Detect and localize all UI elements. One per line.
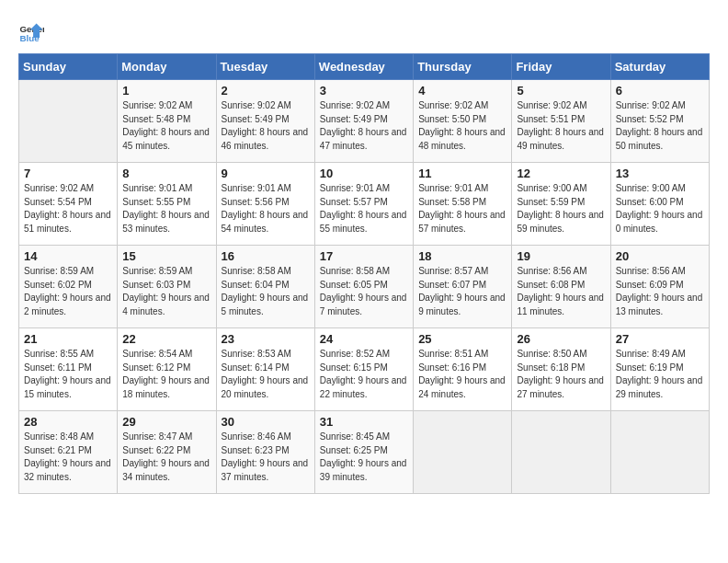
day-number: 17 — [320, 249, 408, 263]
day-number: 21 — [24, 332, 112, 346]
calendar-day-cell: 28Sunrise: 8:48 AMSunset: 6:21 PMDayligh… — [19, 411, 118, 494]
day-info: Sunrise: 8:59 AMSunset: 6:02 PMDaylight:… — [24, 265, 112, 318]
day-info: Sunrise: 8:45 AMSunset: 6:25 PMDaylight:… — [320, 431, 408, 484]
day-number: 18 — [418, 249, 506, 263]
calendar-day-cell: 11Sunrise: 9:01 AMSunset: 5:58 PMDayligh… — [414, 163, 512, 246]
calendar-day-cell: 4Sunrise: 9:02 AMSunset: 5:50 PMDaylight… — [414, 80, 512, 163]
day-number: 14 — [24, 249, 112, 263]
day-info: Sunrise: 8:52 AMSunset: 6:15 PMDaylight:… — [320, 348, 408, 401]
calendar-day-cell: 25Sunrise: 8:51 AMSunset: 6:16 PMDayligh… — [414, 328, 512, 411]
day-info: Sunrise: 8:50 AMSunset: 6:18 PMDaylight:… — [517, 348, 605, 401]
day-number: 9 — [222, 167, 310, 180]
day-info: Sunrise: 8:59 AMSunset: 6:03 PMDaylight:… — [122, 265, 210, 318]
calendar-day-cell: 10Sunrise: 9:01 AMSunset: 5:57 PMDayligh… — [314, 163, 413, 246]
weekday-header-cell: Monday — [118, 54, 216, 80]
day-number: 22 — [122, 332, 210, 346]
calendar-week-row: 7Sunrise: 9:02 AMSunset: 5:54 PMDaylight… — [19, 163, 710, 246]
calendar-day-cell: 1Sunrise: 9:02 AMSunset: 5:48 PMDaylight… — [118, 80, 216, 163]
day-number: 19 — [517, 249, 605, 263]
day-info: Sunrise: 8:51 AMSunset: 6:16 PMDaylight:… — [418, 348, 506, 401]
day-number: 6 — [616, 84, 704, 98]
calendar-day-cell: 12Sunrise: 9:00 AMSunset: 5:59 PMDayligh… — [512, 163, 610, 246]
weekday-header-cell: Wednesday — [314, 54, 413, 80]
day-info: Sunrise: 9:01 AMSunset: 5:55 PMDaylight:… — [122, 182, 210, 236]
page-header: General Blue — [18, 18, 710, 44]
calendar-day-cell: 24Sunrise: 8:52 AMSunset: 6:15 PMDayligh… — [314, 328, 413, 411]
day-info: Sunrise: 8:56 AMSunset: 6:09 PMDaylight:… — [616, 265, 704, 318]
calendar-day-cell: 22Sunrise: 8:54 AMSunset: 6:12 PMDayligh… — [118, 328, 216, 411]
calendar-day-cell: 23Sunrise: 8:53 AMSunset: 6:14 PMDayligh… — [216, 328, 314, 411]
day-number: 7 — [24, 167, 112, 180]
calendar-day-cell: 3Sunrise: 9:02 AMSunset: 5:49 PMDaylight… — [314, 80, 413, 163]
weekday-header-cell: Friday — [512, 54, 610, 80]
calendar-day-cell: 15Sunrise: 8:59 AMSunset: 6:03 PMDayligh… — [118, 246, 216, 328]
weekday-header-cell: Sunday — [19, 54, 118, 80]
day-info: Sunrise: 9:01 AMSunset: 5:58 PMDaylight:… — [418, 182, 506, 236]
day-number: 29 — [122, 415, 210, 429]
calendar-day-cell: 18Sunrise: 8:57 AMSunset: 6:07 PMDayligh… — [414, 246, 512, 328]
day-number: 13 — [616, 167, 704, 180]
day-number: 3 — [320, 84, 408, 98]
day-info: Sunrise: 8:56 AMSunset: 6:08 PMDaylight:… — [517, 265, 605, 318]
day-info: Sunrise: 9:00 AMSunset: 6:00 PMDaylight:… — [616, 182, 704, 236]
calendar-day-cell: 14Sunrise: 8:59 AMSunset: 6:02 PMDayligh… — [19, 246, 118, 328]
day-number: 30 — [222, 415, 310, 429]
calendar-day-cell: 31Sunrise: 8:45 AMSunset: 6:25 PMDayligh… — [314, 411, 413, 494]
calendar-day-cell: 30Sunrise: 8:46 AMSunset: 6:23 PMDayligh… — [216, 411, 314, 494]
day-number: 12 — [517, 167, 605, 180]
day-number: 2 — [222, 84, 310, 98]
day-number: 15 — [122, 249, 210, 263]
day-number: 26 — [517, 332, 605, 346]
calendar-day-cell: 21Sunrise: 8:55 AMSunset: 6:11 PMDayligh… — [19, 328, 118, 411]
day-info: Sunrise: 8:54 AMSunset: 6:12 PMDaylight:… — [122, 348, 210, 401]
day-info: Sunrise: 9:02 AMSunset: 5:51 PMDaylight:… — [517, 99, 605, 153]
calendar-day-cell: 6Sunrise: 9:02 AMSunset: 5:52 PMDaylight… — [610, 80, 709, 163]
day-info: Sunrise: 8:58 AMSunset: 6:05 PMDaylight:… — [320, 265, 408, 318]
calendar-day-cell: 7Sunrise: 9:02 AMSunset: 5:54 PMDaylight… — [19, 163, 118, 246]
calendar-day-cell: 17Sunrise: 8:58 AMSunset: 6:05 PMDayligh… — [314, 246, 413, 328]
day-info: Sunrise: 8:53 AMSunset: 6:14 PMDaylight:… — [222, 348, 310, 401]
day-info: Sunrise: 8:48 AMSunset: 6:21 PMDaylight:… — [24, 431, 112, 484]
calendar-day-cell: 26Sunrise: 8:50 AMSunset: 6:18 PMDayligh… — [512, 328, 610, 411]
day-number: 31 — [320, 415, 408, 429]
day-info: Sunrise: 9:02 AMSunset: 5:49 PMDaylight:… — [222, 99, 310, 153]
calendar-day-cell: 27Sunrise: 8:49 AMSunset: 6:19 PMDayligh… — [610, 328, 709, 411]
calendar-day-cell — [610, 411, 709, 494]
calendar-day-cell: 16Sunrise: 8:58 AMSunset: 6:04 PMDayligh… — [216, 246, 314, 328]
day-info: Sunrise: 9:01 AMSunset: 5:57 PMDaylight:… — [320, 182, 408, 236]
day-info: Sunrise: 8:58 AMSunset: 6:04 PMDaylight:… — [222, 265, 310, 318]
day-number: 25 — [418, 332, 506, 346]
calendar-day-cell: 8Sunrise: 9:01 AMSunset: 5:55 PMDaylight… — [118, 163, 216, 246]
calendar-body: 1Sunrise: 9:02 AMSunset: 5:48 PMDaylight… — [19, 80, 710, 494]
day-number: 24 — [320, 332, 408, 346]
calendar-week-row: 14Sunrise: 8:59 AMSunset: 6:02 PMDayligh… — [19, 246, 710, 328]
day-number: 20 — [616, 249, 704, 263]
day-number: 1 — [122, 84, 210, 98]
day-number: 16 — [222, 249, 310, 263]
calendar-day-cell — [512, 411, 610, 494]
logo-icon: General Blue — [18, 18, 44, 44]
day-info: Sunrise: 9:00 AMSunset: 5:59 PMDaylight:… — [517, 182, 605, 236]
day-info: Sunrise: 9:02 AMSunset: 5:49 PMDaylight:… — [320, 99, 408, 153]
day-info: Sunrise: 8:47 AMSunset: 6:22 PMDaylight:… — [122, 431, 210, 484]
weekday-header-cell: Saturday — [610, 54, 709, 80]
weekday-header-cell: Thursday — [414, 54, 512, 80]
day-number: 8 — [122, 167, 210, 180]
calendar-week-row: 21Sunrise: 8:55 AMSunset: 6:11 PMDayligh… — [19, 328, 710, 411]
day-info: Sunrise: 9:01 AMSunset: 5:56 PMDaylight:… — [222, 182, 310, 236]
day-info: Sunrise: 9:02 AMSunset: 5:48 PMDaylight:… — [122, 99, 210, 153]
day-number: 28 — [24, 415, 112, 429]
weekday-header-cell: Tuesday — [216, 54, 314, 80]
day-info: Sunrise: 8:57 AMSunset: 6:07 PMDaylight:… — [418, 265, 506, 318]
day-number: 11 — [418, 167, 506, 180]
calendar-day-cell: 29Sunrise: 8:47 AMSunset: 6:22 PMDayligh… — [118, 411, 216, 494]
calendar-week-row: 1Sunrise: 9:02 AMSunset: 5:48 PMDaylight… — [19, 80, 710, 163]
day-info: Sunrise: 8:46 AMSunset: 6:23 PMDaylight:… — [222, 431, 310, 484]
day-info: Sunrise: 9:02 AMSunset: 5:54 PMDaylight:… — [24, 182, 112, 236]
day-info: Sunrise: 8:49 AMSunset: 6:19 PMDaylight:… — [616, 348, 704, 401]
day-number: 5 — [517, 84, 605, 98]
day-number: 27 — [616, 332, 704, 346]
logo: General Blue — [18, 18, 44, 44]
calendar-day-cell: 9Sunrise: 9:01 AMSunset: 5:56 PMDaylight… — [216, 163, 314, 246]
calendar-day-cell: 5Sunrise: 9:02 AMSunset: 5:51 PMDaylight… — [512, 80, 610, 163]
